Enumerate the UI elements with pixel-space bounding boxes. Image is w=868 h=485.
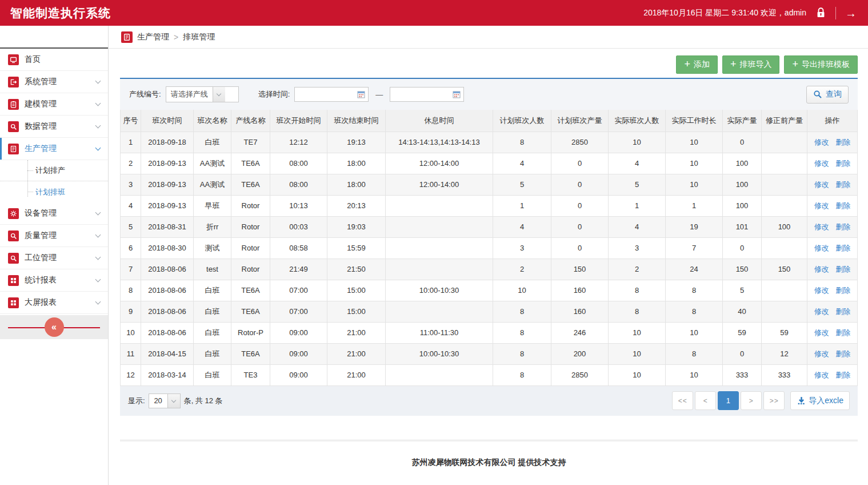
cell-actual-output: 101 xyxy=(723,216,762,237)
col-header-actual-people: 实际班次人数 xyxy=(609,110,666,132)
cell-start-time: 09:00 xyxy=(270,322,327,343)
sidebar-item-home[interactable]: 首页 xyxy=(0,49,108,71)
cell-line-name: Rotor xyxy=(231,216,270,237)
edit-link[interactable]: 修改 xyxy=(814,180,829,189)
sidebar-subitem-plan-production[interactable]: 计划排产 xyxy=(0,160,108,181)
cell-break-time: 10:00-10:30 xyxy=(386,343,493,364)
query-button[interactable]: 查询 xyxy=(806,86,849,104)
cell-break-time: 12:00-14:00 xyxy=(386,153,493,174)
start-date-box xyxy=(294,87,369,102)
cell-planned-people: 8 xyxy=(493,364,551,385)
delete-link[interactable]: 删除 xyxy=(835,371,850,379)
page-number-button[interactable]: 1 xyxy=(718,391,739,410)
chevron-down-icon xyxy=(171,397,176,402)
cell-line-name: TE6A xyxy=(231,280,270,301)
grid-report-icon xyxy=(8,297,19,308)
home-icon xyxy=(8,54,19,65)
select-chevron-box xyxy=(167,394,180,408)
edit-link[interactable]: 修改 xyxy=(814,307,829,316)
delete-link[interactable]: 删除 xyxy=(835,307,850,316)
import-excel-button[interactable]: 导入excle xyxy=(790,391,850,410)
cell-shift-date: 2018-08-06 xyxy=(141,280,194,301)
edit-link[interactable]: 修改 xyxy=(814,201,829,210)
edit-link[interactable]: 修改 xyxy=(814,222,829,231)
delete-link[interactable]: 删除 xyxy=(835,201,850,210)
sidebar-item-production[interactable]: 生产管理 xyxy=(0,138,108,160)
cell-shift-name: test xyxy=(194,259,231,280)
cell-planned-output: 2850 xyxy=(551,132,609,153)
edit-link[interactable]: 修改 xyxy=(814,265,829,273)
col-header-planned-output: 计划班次产量 xyxy=(551,110,609,132)
sidebar-item-label: 首页 xyxy=(25,54,41,65)
logout-arrow-icon[interactable]: → xyxy=(845,7,857,19)
sidebar-item-quality[interactable]: 质量管理 xyxy=(0,225,108,247)
delete-link[interactable]: 删除 xyxy=(835,159,850,168)
export-template-button[interactable]: + 导出排班模板 xyxy=(784,55,858,74)
table-row: 6 2018-08-30 测试 Rotor 08:58 15:59 3 0 3 … xyxy=(121,237,858,259)
cell-index: 12 xyxy=(121,364,141,385)
cell-line-name: Rotor xyxy=(231,195,270,216)
last-page-button[interactable]: >> xyxy=(763,391,785,410)
start-date-input[interactable] xyxy=(298,90,357,99)
cell-break-time: 10:00-10:30 xyxy=(386,280,493,301)
sidebar-item-data[interactable]: 数据管理 xyxy=(0,116,108,138)
cell-planned-output: 0 xyxy=(551,153,609,174)
edit-link[interactable]: 修改 xyxy=(814,371,829,379)
cell-planned-people: 8 xyxy=(493,343,551,364)
prev-page-button[interactable]: < xyxy=(695,391,716,410)
cell-index: 3 xyxy=(121,174,141,195)
delete-link[interactable]: 删除 xyxy=(835,349,850,358)
sidebar-item-station[interactable]: 工位管理 xyxy=(0,247,108,269)
cell-prefix-output xyxy=(762,237,807,259)
delete-link[interactable]: 删除 xyxy=(835,244,850,252)
sidebar-item-modeling[interactable]: 建模管理 xyxy=(0,93,108,116)
cell-actual-hours: 1 xyxy=(666,195,723,216)
cell-prefix-output xyxy=(762,301,807,322)
cell-prefix-output: 100 xyxy=(762,216,807,237)
delete-link[interactable]: 删除 xyxy=(835,180,850,189)
calendar-icon[interactable] xyxy=(357,90,365,98)
download-icon xyxy=(797,396,806,406)
edit-link[interactable]: 修改 xyxy=(814,286,829,295)
next-page-button[interactable]: > xyxy=(741,391,762,410)
cell-operations: 修改 删除 xyxy=(807,364,858,385)
delete-link[interactable]: 删除 xyxy=(835,265,850,273)
edit-link[interactable]: 修改 xyxy=(814,328,829,337)
cell-line-name: TE6A xyxy=(231,343,270,364)
add-button[interactable]: + 添加 xyxy=(676,55,718,74)
delete-link[interactable]: 删除 xyxy=(835,286,850,295)
cell-line-name: TE6A xyxy=(231,301,270,322)
sidebar-item-bigscreen[interactable]: 大屏报表 xyxy=(0,292,108,314)
select-chevron-box xyxy=(213,87,225,102)
sidebar-collapse-button[interactable]: « xyxy=(45,317,64,337)
cell-actual-people: 5 xyxy=(609,174,666,195)
end-date-input[interactable] xyxy=(393,90,453,99)
calendar-icon[interactable] xyxy=(453,90,461,98)
page-size-select[interactable]: 20 xyxy=(149,393,181,408)
shift-import-button[interactable]: + 排班导入 xyxy=(722,55,780,74)
sidebar-item-statistics[interactable]: 统计报表 xyxy=(0,269,108,292)
edit-link[interactable]: 修改 xyxy=(814,138,829,146)
edit-link[interactable]: 修改 xyxy=(814,349,829,358)
breadcrumb-section[interactable]: 生产管理 xyxy=(137,32,169,42)
shift-table: 序号 班次时间 班次名称 产线名称 班次开始时间 班次结束时间 休息时间 计划班… xyxy=(120,110,858,386)
sidebar-subitem-plan-shift[interactable]: 计划排班 xyxy=(0,181,108,202)
sidebar: 首页 系统管理 建模管理 数据管理 生 xyxy=(0,26,109,485)
col-header-line-name: 产线名称 xyxy=(231,110,270,132)
sidebar-item-equipment[interactable]: 设备管理 xyxy=(0,202,108,225)
edit-link[interactable]: 修改 xyxy=(814,244,829,252)
first-page-button[interactable]: << xyxy=(672,391,693,410)
cell-end-time: 21:00 xyxy=(327,364,386,385)
delete-link[interactable]: 删除 xyxy=(835,328,850,337)
delete-link[interactable]: 删除 xyxy=(835,138,850,146)
line-select[interactable]: 请选择产线 xyxy=(166,86,239,102)
actions-row: + 添加 + 排班导入 + 导出排班模板 xyxy=(120,55,858,74)
sidebar-item-system[interactable]: 系统管理 xyxy=(0,71,108,93)
cell-shift-date: 2018-08-06 xyxy=(141,322,194,343)
edit-link[interactable]: 修改 xyxy=(814,159,829,168)
cell-index: 4 xyxy=(121,195,141,216)
cell-break-time xyxy=(386,237,493,259)
cell-break-time: 12:00-14:00 xyxy=(386,174,493,195)
delete-link[interactable]: 删除 xyxy=(835,222,850,231)
lock-icon[interactable] xyxy=(815,7,826,19)
